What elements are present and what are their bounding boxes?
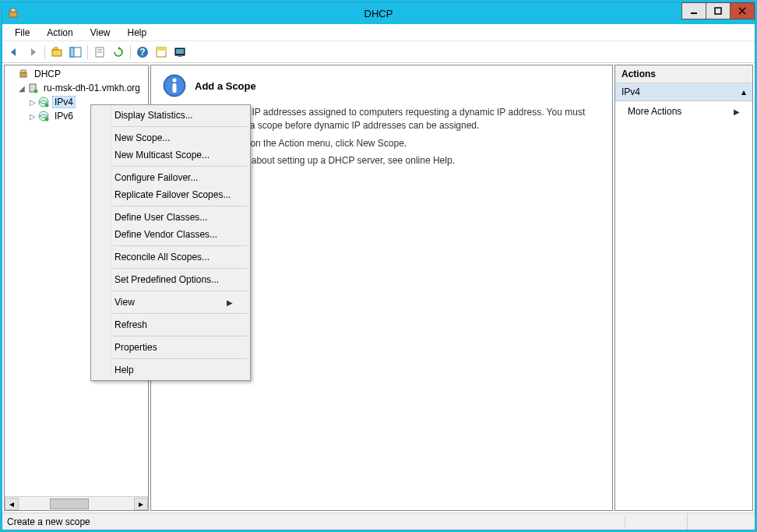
svg-rect-19 bbox=[20, 72, 26, 77]
tree-label: ru-msk-dh-01.vmkh.org bbox=[41, 83, 143, 93]
actions-section[interactable]: IPv4 ▴ bbox=[615, 83, 752, 101]
tree-server[interactable]: ◢ ru-msk-dh-01.vmkh.org bbox=[6, 81, 146, 95]
context-menu-item[interactable]: Help bbox=[93, 361, 248, 379]
details-title: Add a Scope bbox=[195, 80, 256, 92]
expand-icon[interactable]: ▷ bbox=[28, 98, 37, 107]
menu-item-label: Define User Classes... bbox=[114, 212, 207, 223]
context-menu-item[interactable]: View▶ bbox=[93, 294, 248, 311]
menu-view[interactable]: View bbox=[83, 26, 118, 40]
actions-panel: Actions IPv4 ▴ More Actions ▶ bbox=[614, 65, 753, 511]
collapse-icon[interactable]: ◢ bbox=[17, 84, 26, 93]
svg-rect-3 bbox=[715, 8, 721, 14]
collapse-icon: ▴ bbox=[741, 86, 746, 97]
up-button[interactable] bbox=[48, 44, 65, 61]
window-controls bbox=[682, 2, 755, 19]
tree-scrollbar[interactable]: ◂ ▸ bbox=[5, 496, 148, 510]
show-hide-tree-button[interactable] bbox=[67, 44, 84, 61]
menu-separator bbox=[113, 166, 247, 167]
status-cell bbox=[625, 513, 688, 530]
menu-item-label: Set Predefined Options... bbox=[114, 274, 219, 285]
menu-separator bbox=[113, 206, 247, 206]
menu-item-label: View bbox=[114, 297, 135, 308]
more-actions-label: More Actions bbox=[628, 106, 681, 117]
context-menu-item[interactable]: Properties bbox=[93, 339, 248, 356]
svg-rect-30 bbox=[173, 83, 177, 93]
tree-label: IPv6 bbox=[52, 111, 76, 122]
menu-item-label: New Multicast Scope... bbox=[114, 150, 209, 160]
svg-rect-18 bbox=[178, 55, 182, 57]
svg-point-29 bbox=[173, 79, 177, 83]
svg-text:?: ? bbox=[139, 47, 145, 58]
expand-icon[interactable]: ▷ bbox=[28, 112, 37, 121]
svg-point-26 bbox=[45, 118, 49, 122]
context-menu-item[interactable]: Reconcile All Scopes... bbox=[93, 248, 248, 266]
context-menu-item[interactable]: Define Vendor Classes... bbox=[93, 226, 248, 243]
menu-help[interactable]: Help bbox=[120, 26, 155, 40]
context-menu-item[interactable]: Display Statistics... bbox=[93, 107, 248, 124]
menu-separator bbox=[113, 268, 247, 269]
menu-file[interactable]: File bbox=[7, 26, 37, 40]
app-icon bbox=[7, 7, 19, 19]
back-button[interactable] bbox=[5, 44, 23, 61]
statusbar: Create a new scope bbox=[2, 513, 755, 530]
svg-rect-17 bbox=[176, 49, 184, 54]
context-menu: Display Statistics...New Scope...New Mul… bbox=[90, 104, 251, 381]
menu-separator bbox=[113, 313, 247, 314]
close-button[interactable] bbox=[730, 2, 755, 19]
titlebar: DHCP bbox=[2, 2, 755, 24]
actions-header: Actions bbox=[615, 65, 752, 83]
toolbar-separator bbox=[44, 45, 45, 59]
svg-point-22 bbox=[34, 90, 38, 93]
toolbar: ? bbox=[2, 41, 755, 63]
more-actions-row[interactable]: More Actions ▶ bbox=[615, 101, 752, 122]
svg-rect-0 bbox=[9, 12, 17, 17]
properties-button[interactable] bbox=[91, 44, 108, 61]
context-menu-item[interactable]: Define User Classes... bbox=[93, 209, 248, 226]
window-title: DHCP bbox=[364, 8, 393, 19]
context-menu-item[interactable]: New Scope... bbox=[93, 129, 248, 146]
menu-item-label: Replicate Failover Scopes... bbox=[114, 189, 231, 200]
menu-separator bbox=[113, 358, 247, 359]
minimize-button[interactable] bbox=[681, 2, 706, 19]
svg-rect-6 bbox=[52, 50, 62, 56]
maximize-button[interactable] bbox=[706, 2, 731, 19]
menu-item-label: Display Statistics... bbox=[114, 110, 193, 121]
svg-point-24 bbox=[45, 104, 49, 107]
menu-separator bbox=[113, 291, 247, 291]
server-icon bbox=[26, 82, 39, 94]
view-button-2[interactable] bbox=[171, 44, 188, 61]
help-button[interactable]: ? bbox=[134, 44, 151, 61]
ipv6-icon bbox=[37, 110, 50, 122]
forward-button[interactable] bbox=[24, 44, 41, 61]
tree-label: IPv4 bbox=[52, 96, 76, 108]
scroll-thumb[interactable] bbox=[50, 499, 89, 509]
submenu-arrow-icon: ▶ bbox=[227, 298, 233, 307]
info-icon bbox=[162, 73, 187, 98]
context-menu-item[interactable]: Configure Failover... bbox=[93, 169, 248, 186]
svg-rect-15 bbox=[157, 48, 166, 51]
menu-separator bbox=[113, 245, 247, 246]
details-header: Add a Scope bbox=[162, 73, 601, 98]
scroll-right-icon[interactable]: ▸ bbox=[134, 498, 148, 510]
tree-root-dhcp[interactable]: DHCP bbox=[6, 67, 146, 81]
scroll-track[interactable] bbox=[19, 498, 134, 510]
svg-rect-1 bbox=[11, 9, 16, 12]
context-menu-item[interactable]: Refresh bbox=[93, 316, 248, 333]
menu-item-label: Reconcile All Scopes... bbox=[114, 252, 209, 262]
svg-rect-8 bbox=[70, 48, 74, 57]
scroll-left-icon[interactable]: ◂ bbox=[5, 498, 19, 510]
toolbar-separator bbox=[87, 45, 88, 59]
context-menu-item[interactable]: Set Predefined Options... bbox=[93, 271, 248, 288]
menu-item-label: Properties bbox=[114, 342, 157, 353]
menubar: File Action View Help bbox=[2, 24, 755, 41]
menu-item-label: Define Vendor Classes... bbox=[114, 229, 217, 240]
context-menu-item[interactable]: New Multicast Scope... bbox=[93, 146, 248, 164]
svg-rect-20 bbox=[21, 70, 26, 72]
chevron-right-icon: ▶ bbox=[734, 107, 740, 116]
menu-action[interactable]: Action bbox=[39, 26, 80, 40]
menu-separator bbox=[113, 126, 247, 127]
toolbar-separator bbox=[130, 45, 131, 59]
refresh-button[interactable] bbox=[110, 44, 127, 61]
view-button-1[interactable] bbox=[153, 44, 170, 61]
context-menu-item[interactable]: Replicate Failover Scopes... bbox=[93, 186, 248, 203]
